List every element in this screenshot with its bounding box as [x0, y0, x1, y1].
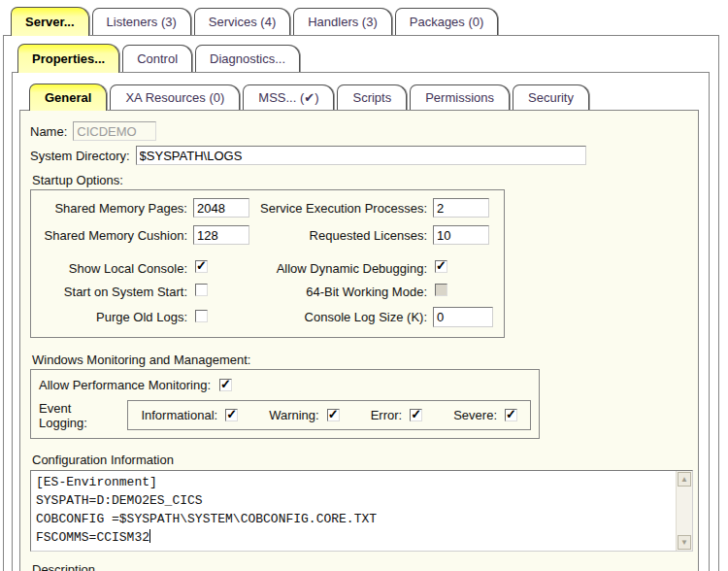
- check-icon: ✓: [220, 377, 231, 391]
- system-directory-label: System Directory:: [30, 149, 130, 163]
- check-icon: ✓: [328, 407, 339, 421]
- general-tab-bar: General XA Resources (0) MSS... (✔) Scri…: [29, 84, 589, 111]
- event-logging-group: Informational: ✓ Warning: ✓ Error: ✓ Sev…: [127, 400, 531, 430]
- server-tab-bar: Server... Listeners (3) Services (4) Han…: [11, 6, 498, 36]
- tab-packages[interactable]: Packages (0): [395, 8, 499, 35]
- allow-performance-monitoring-checkbox[interactable]: ✓: [219, 379, 232, 391]
- purge-old-logs-checkbox[interactable]: [195, 310, 208, 322]
- configuration-information-label: Configuration Information: [32, 453, 686, 467]
- 64bit-working-mode-checkbox: [435, 284, 447, 296]
- requested-licenses-label: Requested Licenses:: [253, 228, 433, 243]
- warning-checkbox[interactable]: ✓: [327, 409, 340, 421]
- check-icon: ✓: [411, 407, 421, 421]
- informational-label: Informational:: [141, 408, 217, 422]
- warning-label: Warning:: [269, 408, 319, 422]
- error-label: Error:: [371, 408, 403, 422]
- configuration-text: [ES-Environment]SYSPATH=D:DEMO2ES_CICSCO…: [32, 472, 675, 550]
- startup-options-title: Startup Options:: [32, 173, 686, 187]
- warning-item: Warning: ✓: [269, 408, 340, 422]
- tab-diagnostics[interactable]: Diagnostics...: [195, 45, 300, 72]
- tab-mss[interactable]: MSS... (✔): [243, 84, 334, 110]
- tab-permissions[interactable]: Permissions: [410, 84, 510, 110]
- tab-xa-resources[interactable]: XA Resources (0): [110, 84, 240, 110]
- server-properties-page: Server... Listeners (3) Services (4) Han…: [0, 0, 728, 571]
- allow-dynamic-debugging-label: Allow Dynamic Debugging:: [253, 261, 433, 276]
- informational-item: Informational: ✓: [141, 408, 238, 422]
- tab-listeners[interactable]: Listeners (3): [92, 8, 191, 35]
- shared-memory-pages-label: Shared Memory Pages:: [33, 201, 193, 216]
- allow-performance-monitoring-label: Allow Performance Monitoring:: [39, 378, 211, 392]
- shared-memory-pages-input[interactable]: [193, 198, 249, 218]
- allow-performance-monitoring-row: Allow Performance Monitoring: ✓: [39, 378, 531, 392]
- tab-handlers[interactable]: Handlers (3): [293, 8, 392, 35]
- monitoring-title: Windows Monitoring and Management:: [32, 353, 686, 367]
- tab-services[interactable]: Services (4): [194, 8, 290, 35]
- name-label: Name:: [30, 124, 67, 139]
- startup-options-group: Shared Memory Pages: Service Execution P…: [30, 189, 505, 338]
- show-local-console-label: Show Local Console:: [33, 261, 193, 276]
- scroll-up-button[interactable]: ▲: [678, 472, 691, 487]
- tab-control[interactable]: Control: [122, 45, 192, 72]
- vertical-scrollbar[interactable]: ▲ ▼: [676, 471, 692, 551]
- allow-dynamic-debugging-checkbox[interactable]: ✓: [435, 260, 447, 273]
- console-log-size-input[interactable]: [433, 307, 493, 327]
- event-logging-row: Event Logging: Informational: ✓ Warning:…: [39, 400, 531, 430]
- requested-licenses-input[interactable]: [433, 225, 489, 245]
- check-icon: ✓: [196, 258, 207, 273]
- check-icon: ✓: [506, 407, 516, 421]
- name-input: [73, 121, 156, 141]
- tab-server[interactable]: Server...: [11, 7, 89, 36]
- scroll-down-icon: ▼: [680, 538, 688, 547]
- start-on-system-start-checkbox[interactable]: [195, 284, 208, 296]
- start-on-system-start-label: Start on System Start:: [33, 285, 193, 299]
- description-label: Description: [32, 562, 686, 571]
- shared-memory-cushion-label: Shared Memory Cushion:: [33, 228, 193, 243]
- informational-checkbox[interactable]: ✓: [225, 409, 238, 421]
- check-icon: ✓: [436, 258, 447, 273]
- configuration-textarea[interactable]: [ES-Environment]SYSPATH=D:DEMO2ES_CICSCO…: [30, 470, 693, 552]
- severe-label: Severe:: [453, 408, 497, 422]
- tab-general[interactable]: General: [29, 84, 107, 111]
- properties-tab-bar: Properties... Control Diagnostics...: [17, 43, 300, 73]
- event-logging-label: Event Logging:: [39, 401, 118, 430]
- error-checkbox[interactable]: ✓: [410, 409, 422, 421]
- tab-properties[interactable]: Properties...: [17, 44, 119, 73]
- text-caret: [149, 529, 150, 543]
- scroll-up-icon: ▲: [680, 475, 688, 484]
- scroll-down-button[interactable]: ▼: [678, 535, 691, 550]
- 64bit-working-mode-label: 64-Bit Working Mode:: [253, 285, 433, 299]
- severe-checkbox[interactable]: ✓: [505, 409, 517, 421]
- purge-old-logs-label: Purge Old Logs:: [33, 310, 193, 324]
- severe-item: Severe: ✓: [453, 408, 517, 422]
- show-local-console-checkbox[interactable]: ✓: [195, 260, 208, 273]
- tab-scripts[interactable]: Scripts: [337, 84, 407, 110]
- name-row: Name:: [30, 121, 686, 141]
- check-icon: ✓: [226, 407, 237, 421]
- monitoring-group: Allow Performance Monitoring: ✓ Event Lo…: [30, 369, 540, 439]
- console-log-size-label: Console Log Size (K):: [253, 310, 433, 324]
- shared-memory-cushion-input[interactable]: [193, 225, 249, 245]
- system-directory-input[interactable]: [136, 146, 586, 165]
- system-directory-row: System Directory:: [30, 146, 686, 165]
- tab-security[interactable]: Security: [513, 84, 589, 110]
- service-execution-processes-label: Service Execution Processes:: [253, 201, 433, 216]
- service-execution-processes-input[interactable]: [433, 198, 489, 218]
- general-panel: Name: System Directory: Startup Options:…: [19, 110, 699, 571]
- error-item: Error: ✓: [371, 408, 423, 422]
